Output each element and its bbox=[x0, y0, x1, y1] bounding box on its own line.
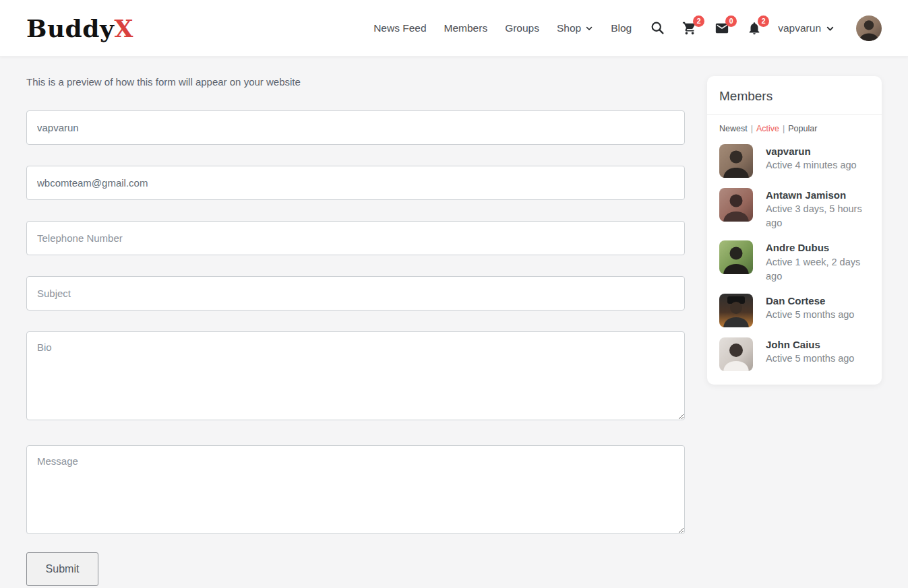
messages-count-badge: 0 bbox=[725, 15, 737, 27]
sidebar: Members Newest | Active | Popular bbox=[707, 76, 882, 385]
subject-input[interactable] bbox=[26, 276, 685, 311]
form-field-message bbox=[26, 445, 685, 537]
member-info: Antawn Jamison Active 3 days, 5 hours ag… bbox=[766, 188, 870, 230]
filter-popular[interactable]: Popular bbox=[788, 124, 817, 133]
members-widget: Members Newest | Active | Popular bbox=[707, 76, 882, 385]
member-status: Active 5 months ago bbox=[766, 308, 854, 322]
member-name[interactable]: Andre Dubus bbox=[766, 241, 870, 255]
member-name[interactable]: Dan Cortese bbox=[766, 294, 854, 308]
avatar-photo bbox=[719, 240, 753, 274]
nav-item-shop-label: Shop bbox=[557, 22, 581, 34]
member-item: John Caius Active 5 months ago bbox=[719, 337, 870, 371]
member-status: Active 3 days, 5 hours ago bbox=[766, 202, 870, 230]
member-avatar[interactable] bbox=[719, 144, 753, 178]
email-input[interactable] bbox=[26, 166, 685, 200]
filter-newest[interactable]: Newest bbox=[719, 124, 748, 133]
nav-item-groups[interactable]: Groups bbox=[505, 22, 539, 34]
form-field-phone bbox=[26, 221, 685, 255]
member-filters: Newest | Active | Popular bbox=[707, 115, 882, 137]
member-item: Antawn Jamison Active 3 days, 5 hours ag… bbox=[719, 188, 870, 230]
nav-item-blog[interactable]: Blog bbox=[611, 22, 632, 34]
member-avatar[interactable] bbox=[719, 294, 753, 327]
name-input[interactable] bbox=[26, 110, 685, 145]
member-name[interactable]: John Caius bbox=[766, 338, 854, 352]
submit-button[interactable]: Submit bbox=[26, 552, 98, 586]
form-field-bio bbox=[26, 331, 685, 423]
bio-textarea[interactable] bbox=[26, 331, 685, 420]
member-avatar[interactable] bbox=[719, 337, 753, 371]
site-header: BuddyX News Feed Members Groups Shop Blo… bbox=[0, 0, 908, 57]
telephone-input[interactable] bbox=[26, 221, 685, 255]
filter-separator: | bbox=[783, 124, 785, 133]
form-preview: This is a preview of how this form will … bbox=[26, 76, 685, 586]
nav-item-members[interactable]: Members bbox=[444, 22, 488, 34]
members-widget-title: Members bbox=[707, 76, 882, 114]
logo-text-red: X bbox=[114, 14, 133, 42]
chevron-down-icon bbox=[826, 23, 835, 33]
form-field-email bbox=[26, 166, 685, 200]
user-menu-name: vapvarun bbox=[778, 22, 821, 34]
member-name[interactable]: Antawn Jamison bbox=[766, 189, 870, 202]
member-status: Active 1 week, 2 days ago bbox=[766, 255, 870, 284]
cart-count-badge: 2 bbox=[693, 15, 704, 27]
page-content: This is a preview of how this form will … bbox=[0, 57, 908, 586]
header-right: News Feed Members Groups Shop Blog 2 0 bbox=[373, 15, 882, 41]
member-info: Dan Cortese Active 5 months ago bbox=[766, 294, 854, 327]
member-item: vapvarun Active 4 minutes ago bbox=[719, 144, 870, 178]
logo-text-black: Buddy bbox=[26, 14, 114, 42]
member-info: John Caius Active 5 months ago bbox=[766, 337, 854, 371]
avatar-photo bbox=[719, 337, 753, 371]
main-nav: News Feed Members Groups Shop Blog bbox=[373, 22, 632, 34]
cart-button[interactable]: 2 bbox=[682, 21, 697, 36]
member-status: Active 5 months ago bbox=[766, 352, 854, 366]
member-status: Active 4 minutes ago bbox=[766, 158, 857, 172]
member-avatar[interactable] bbox=[719, 188, 753, 222]
avatar-photo bbox=[719, 188, 753, 222]
member-info: Andre Dubus Active 1 week, 2 days ago bbox=[766, 240, 870, 283]
message-textarea[interactable] bbox=[26, 445, 685, 534]
notifications-count-badge: 2 bbox=[758, 15, 769, 27]
messages-button[interactable]: 0 bbox=[715, 21, 729, 36]
search-button[interactable] bbox=[650, 21, 665, 35]
form-field-subject bbox=[26, 276, 685, 311]
form-preview-note: This is a preview of how this form will … bbox=[26, 76, 685, 88]
search-icon bbox=[650, 21, 665, 35]
notifications-button[interactable]: 2 bbox=[747, 21, 762, 36]
member-name[interactable]: vapvarun bbox=[766, 145, 857, 158]
chevron-down-icon bbox=[585, 24, 593, 32]
avatar-photo bbox=[719, 294, 753, 327]
nav-item-news-feed[interactable]: News Feed bbox=[373, 22, 426, 34]
user-avatar[interactable] bbox=[856, 15, 882, 41]
member-info: vapvarun Active 4 minutes ago bbox=[766, 144, 857, 178]
member-avatar[interactable] bbox=[719, 240, 753, 274]
form-field-name bbox=[26, 110, 685, 145]
members-list: vapvarun Active 4 minutes ago Antawn Jam… bbox=[707, 137, 882, 385]
nav-item-shop[interactable]: Shop bbox=[557, 22, 593, 34]
avatar-photo bbox=[719, 144, 753, 178]
member-item: Andre Dubus Active 1 week, 2 days ago bbox=[719, 240, 870, 283]
site-logo[interactable]: BuddyX bbox=[26, 14, 133, 42]
member-item: Dan Cortese Active 5 months ago bbox=[719, 294, 870, 327]
filter-separator: | bbox=[751, 124, 753, 133]
avatar-photo bbox=[856, 15, 882, 41]
header-icons: 2 0 2 bbox=[650, 21, 762, 36]
filter-active[interactable]: Active bbox=[756, 124, 779, 133]
user-menu[interactable]: vapvarun bbox=[778, 22, 835, 34]
